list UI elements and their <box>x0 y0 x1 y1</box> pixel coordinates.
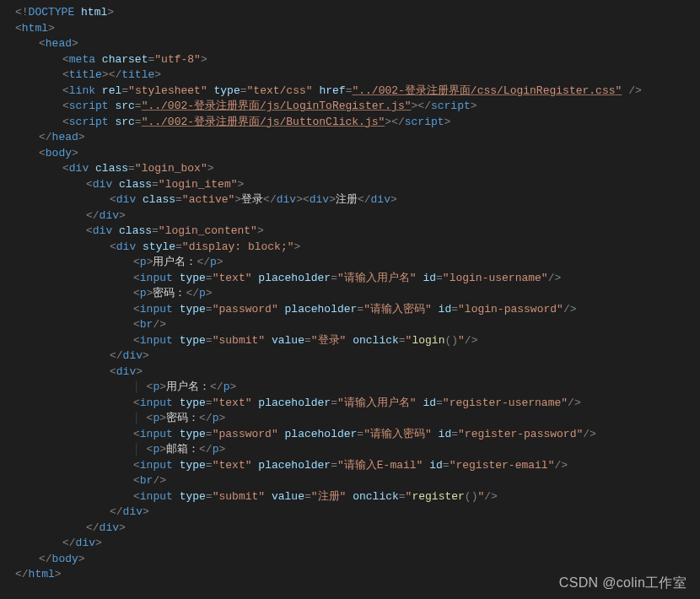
code-line: │ <p>用户名：</p> <box>15 380 700 396</box>
code-line: <input type="submit" value="注册" onclick=… <box>15 489 700 505</box>
code-line: </div> <box>15 348 700 364</box>
code-line: <body> <box>15 146 700 162</box>
code-line: </div> <box>15 208 700 224</box>
code-line: <div class="login_content"> <box>15 224 700 240</box>
code-line: <script src="../002-登录注册界面/js/LoginToReg… <box>15 99 700 115</box>
code-line: <input type="text" placeholder="请输入用户名" … <box>15 271 700 287</box>
code-line: <title></title> <box>15 67 700 84</box>
code-line: <div class="active">登录</div><div>注册</div… <box>15 192 700 208</box>
code-line: </div> <box>15 505 700 521</box>
code-line: <!DOCTYPE html> <box>15 5 700 21</box>
code-line: <div class="login_box"> <box>15 161 700 177</box>
code-line: <html> <box>15 21 700 37</box>
code-line: <br/> <box>15 473 700 489</box>
code-line: <meta charset="utf-8"> <box>15 52 700 68</box>
code-line: </div> <box>15 521 700 537</box>
code-line: │ <p>密码：</p> <box>15 411 700 427</box>
code-line: <script src="../002-登录注册界面/js/ButtonClic… <box>15 115 700 131</box>
code-line: <p>密码：</p> <box>15 286 700 302</box>
code-line: <p>用户名：</p> <box>15 255 700 271</box>
code-line: │ <p>邮箱：</p> <box>15 442 700 458</box>
code-line: <div class="login_item"> <box>15 177 700 193</box>
code-line: <input type="submit" value="登录" onclick=… <box>15 333 700 349</box>
code-line: <br/> <box>15 317 700 333</box>
code-line: </div> <box>15 536 700 552</box>
code-line: <input type="password" placeholder="请输入密… <box>15 302 700 318</box>
code-line: </body> <box>15 552 700 568</box>
code-line: <div> <box>15 364 700 380</box>
code-line: <link rel="stylesheet" type="text/css" h… <box>15 84 700 100</box>
code-line: </head> <box>15 130 700 146</box>
code-line: <div style="display: block;"> <box>15 240 700 256</box>
code-line: <head> <box>15 36 700 52</box>
code-line: <input type="text" placeholder="请输入用户名" … <box>15 396 700 412</box>
watermark: CSDN @colin工作室 <box>559 575 687 591</box>
code-line: <input type="text" placeholder="请输入E-mai… <box>15 458 700 474</box>
code-line: <input type="password" placeholder="请输入密… <box>15 427 700 443</box>
code-editor: <!DOCTYPE html> <html> <head> <meta char… <box>15 5 700 583</box>
